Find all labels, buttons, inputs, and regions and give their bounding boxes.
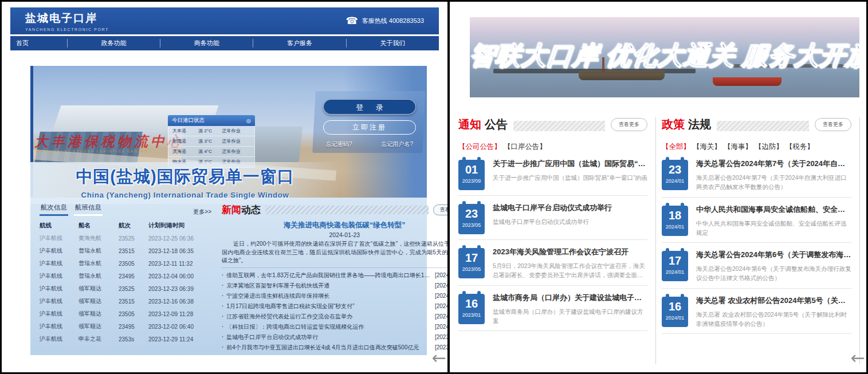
table-row: 沪丰航线 普瑞永航 23505 2023-12-11 11:32 — [40, 257, 211, 270]
site-header: 盐城电子口岸 YANCHENG ELECTRONIC PORT ☎ 客服热线 4… — [10, 7, 439, 34]
news-item[interactable]: · 江苏省驻海外经贸代表处运行工作交流会在盐举办 [2024-01-18] — [222, 312, 447, 322]
news-item[interactable]: · 1月17日起跨境电商零售进口税款实现全国“秒支付” [2024-01-19] — [222, 301, 447, 312]
news-item[interactable]: · 前4个月我市与中亚五国进出口增长近4成 4月当月进出口值再次突破500亿元 … — [222, 342, 447, 353]
cell-eta: 2023-12-11 11:32 — [148, 261, 211, 267]
nav-item-government[interactable]: 政务功能 — [68, 39, 160, 48]
hero-banner: 大丰港保税物流中心 DAFENGPORT BONDED LOGISTICS CE… — [30, 66, 427, 355]
carousel-prev-arrow[interactable]: ← — [432, 349, 446, 367]
banner-slogan: 智联大口岸 优化大通关 服务大开放 — [470, 39, 859, 73]
bullet-icon: · — [222, 313, 223, 320]
filter-customs[interactable]: 【海关】 — [693, 142, 721, 152]
news-item-title: 1月17日起跨境电商零售进口税款实现全国“秒支付” — [226, 302, 435, 310]
forgot-username-link[interactable]: 忘记用户名? — [381, 140, 413, 148]
tab-voyage-info[interactable]: 航次信息 — [40, 203, 68, 216]
calendar-icon: 16 2024/01 — [662, 297, 688, 327]
port-status-row: 射阳港 温 3°C 正常作业 — [168, 136, 254, 147]
port-name: 射阳港 — [172, 138, 198, 144]
notice-item[interactable]: 01 2023/09 关于进一步推广应用中国（盐城）国际贸易“单一窗口”的通 关… — [458, 152, 647, 196]
calendar-icon: 16 2023/01 — [458, 294, 485, 324]
news-item[interactable]: · 借助互联网，去年1.83万亿元产品由我国销往世界各地——跨境电商出口增长19… — [222, 270, 447, 281]
content-band: 航次信息 航班信息 更多>> 航线 船名 航次 计划到港时间 沪丰航线 黄海先航… — [30, 198, 427, 355]
policy-item[interactable]: 23 2024/01 海关总署公告2024年第7号（关于2024年自澳大利亚进口… — [662, 152, 851, 198]
forgot-password-link[interactable]: 忘记密码? — [326, 140, 352, 148]
site-logo-title: 盐城电子口岸 — [25, 11, 109, 26]
policy-item[interactable]: 18 2024/01 中华人民共和国海事局安全诚信船舶、安全诚信船长评选规定 中… — [662, 198, 851, 243]
cell-route: 沪丰航线 — [40, 259, 78, 267]
login-button[interactable]: 登 录 — [323, 99, 416, 115]
news-item[interactable]: · 宁波空港进出境生鲜机连续四年保持增长 [2024-01-22] — [222, 291, 447, 301]
calendar-year-month: 2024/01 — [662, 315, 688, 321]
news-more-button[interactable]: 查看更多 — [433, 204, 447, 215]
calendar-icon: 17 2023/05 — [458, 248, 485, 278]
schedule-more-link[interactable]: 更多>> — [193, 208, 211, 216]
filter-port-notice[interactable]: 【口岸公告】 — [504, 142, 547, 152]
cell-voyage: 2353s — [119, 336, 148, 342]
filter-tax[interactable]: 【税务】 — [785, 142, 814, 152]
port-status-row: 大丰港 温 2°C 正常作业 — [168, 126, 254, 136]
featured-news-date: 2024-01-23 — [222, 231, 447, 238]
policy-title: 海关总署公告2024年第7号（关于2024年自澳大利亚进口两… — [696, 159, 851, 169]
cell-route: 沪丰航线 — [40, 285, 78, 293]
port-temp: 温 3°C — [198, 138, 222, 144]
policy-title: 海关总署 农业农村部公告2024年第5号（关于解除比利时非… — [696, 296, 851, 306]
news-item[interactable]: · 京津冀地区首架智利车厘子包机快线开通 [2024-01-22] — [222, 281, 447, 291]
news-item-date: [2023-05-30] — [435, 334, 447, 340]
notices-more-button[interactable]: 查看更多 — [611, 118, 647, 131]
featured-news-title[interactable]: 海关推进电商快递包装低碳“绿色转型” — [222, 221, 447, 230]
table-row: 沪丰航线 领军顺达 23495 2023-12-02 06:40 — [40, 320, 211, 333]
calendar-icon: 18 2024/01 — [662, 206, 688, 236]
photo-red-ship — [713, 77, 781, 86]
news-item[interactable]: · 〔科技日报〕：跨境电商出口转运监管实现规模化运作 [2024-01-18] — [222, 322, 447, 332]
filter-maritime[interactable]: 【海事】 — [724, 142, 752, 152]
filter-company-notice[interactable]: 【公司公告】 — [458, 142, 501, 152]
info-columns: 通知 公告 查看更多 【公司公告】 【口岸公告】 01 2023/09 关于进一… — [450, 117, 866, 364]
notice-title: 关于进一步推广应用中国（盐城）国际贸易“单一窗口”的通 — [493, 159, 647, 169]
cell-ship: 黄海先航 — [78, 234, 119, 242]
hatch-band — [513, 121, 605, 131]
compass-icon: ◎ — [246, 117, 251, 124]
nav-item-home[interactable]: 首页 — [10, 39, 67, 48]
notice-item[interactable]: 16 2023/01 盐城市商务局（口岸办）关于建设盐城电子口岸的建议方案 盐城… — [458, 286, 647, 332]
policies-header: 政策 法规 查看更多 — [662, 117, 851, 132]
notice-subtitle: 5月9日，2023年海关风险管理工作会议在宁波召开，海关总署副署长、党委委员孙玉… — [493, 261, 647, 280]
cell-eta: 2023-12-09 11:28 — [148, 311, 211, 317]
filter-all[interactable]: 【全部】 — [662, 142, 690, 152]
port-state: 正常作业 — [222, 128, 250, 134]
port-name: 滨海港 — [172, 148, 198, 155]
news-item-date: [2024-01-23] — [435, 272, 447, 278]
cell-route: 沪丰航线 — [40, 247, 78, 255]
notice-subtitle: 关于进一步推广应用中国（盐城）国际贸易“单一窗口”的函 — [493, 173, 647, 182]
policy-item[interactable]: 16 2024/01 海关总署 农业农村部公告2024年第5号（关于解除比利时非… — [662, 289, 851, 334]
policy-title: 中华人民共和国海事局安全诚信船舶、安全诚信船长评选规定 — [696, 204, 851, 215]
nav-item-about[interactable]: 关于我们 — [347, 39, 439, 48]
filter-border[interactable]: 【边防】 — [755, 142, 783, 152]
calendar-day: 01 — [458, 163, 485, 176]
news-item-date: [2024-01-18] — [435, 313, 447, 320]
hotline: ☎ 客服热线 4008283533 — [346, 16, 424, 26]
policy-subtitle: 海关总署公告2024年第7号（关于2024年自澳大利亚进口两类农产品触发水平数量… — [696, 173, 851, 192]
notice-item[interactable]: 23 2023/05 盐城电子口岸平台启动仪式成功举行 盐城电子口岸平台启动仪式… — [458, 196, 647, 240]
nav-item-customer-service[interactable]: 客户服务 — [253, 39, 345, 48]
calendar-icon: 01 2023/09 — [458, 160, 485, 190]
calendar-day: 16 — [458, 297, 485, 310]
login-panel: 登 录 立即注册 忘记密码? 忘记用户名? — [323, 99, 416, 148]
nav-item-business[interactable]: 商务功能 — [160, 39, 253, 48]
calendar-day: 17 — [458, 251, 485, 264]
register-button[interactable]: 立即注册 — [323, 120, 416, 135]
news-item[interactable]: · 盐城电子口岸平台启动仪式成功举行 [2023-05-30] — [222, 332, 447, 342]
policy-item[interactable]: 17 2024/01 海关总署公告2024年第6号（关于调整发布海关办理行政复议… — [662, 243, 851, 289]
notice-item[interactable]: 17 2023/05 2023年海关风险管理工作会议在宁波召开 5月9日，202… — [458, 240, 647, 286]
schedule-section: 航次信息 航班信息 更多>> 航线 船名 航次 计划到港时间 沪丰航线 黄海先航… — [40, 203, 211, 351]
port-state: 正常作业 — [222, 138, 250, 144]
carousel-prev-arrow[interactable]: ← — [851, 349, 865, 367]
notice-subtitle: 盐城市商务局（口岸办）关于建设盐城电子口岸的建议方案 — [493, 307, 647, 326]
photo-watermark-en: DAFENGPORT BONDED LOGISTICS CENTER — [36, 149, 148, 153]
calendar-year-month: 2023/09 — [458, 178, 485, 184]
tab-flight-info[interactable]: 航班信息 — [74, 203, 103, 216]
calendar-day: 18 — [662, 209, 688, 222]
port-temp: 温 2°C — [198, 128, 222, 134]
news-item-date: [2024-01-22] — [435, 282, 447, 289]
bullet-icon: · — [222, 344, 223, 351]
policies-more-button[interactable]: 查看更多 — [815, 118, 851, 131]
notice-title: 盐城市商务局（口岸办）关于建设盐城电子口岸的建议方案 — [493, 293, 647, 303]
